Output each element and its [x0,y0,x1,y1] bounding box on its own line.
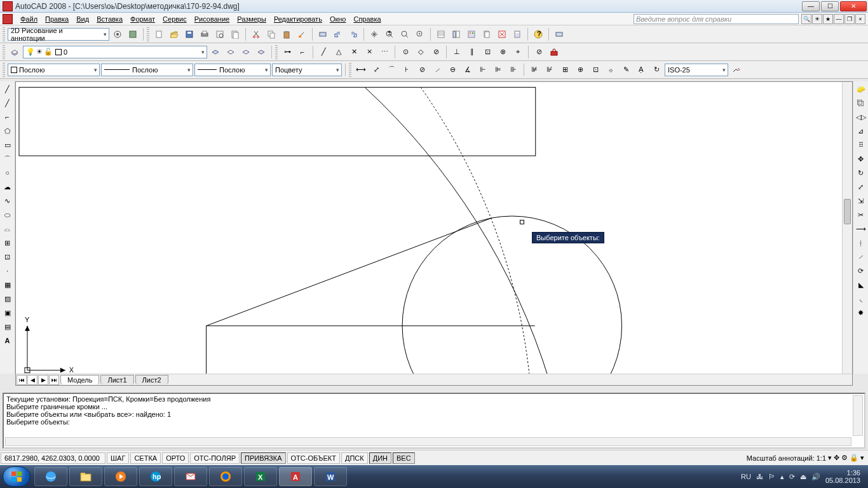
chamfer-tool[interactable]: ◣ [855,278,867,291]
workspace-dropdown[interactable]: 2D Рисование и аннотации [8,28,109,41]
snap-none-button[interactable]: ⊘ [532,45,546,59]
menu-modify[interactable]: Редактировать [270,14,326,24]
undo-button[interactable] [331,27,345,41]
copy-button[interactable] [264,27,278,41]
menu-edit[interactable]: Правка [41,14,72,24]
menu-dimension[interactable]: Размеры [233,14,270,24]
menu-insert[interactable]: Вставка [93,14,126,24]
sheet-first-button[interactable]: ⏮ [17,375,27,385]
task-autocad[interactable]: A [279,467,312,486]
layer-properties-button[interactable] [8,45,22,59]
dim-baseline-button[interactable]: ⊫ [491,63,505,77]
tray-volume-icon[interactable]: 🔊 [811,473,820,481]
polygon-tool[interactable]: ⬠ [1,125,14,137]
toggle-ortho[interactable]: ОРТО [162,452,189,464]
snap-extension-button[interactable]: ⋯ [377,45,391,59]
center-mark-button[interactable]: ⊕ [573,63,587,77]
dim-linear-button[interactable]: ⟷ [354,63,368,77]
toolbar-grip[interactable] [3,45,5,59]
task-mail[interactable] [174,467,207,486]
revcloud-tool[interactable]: ☁ [1,180,14,193]
snap-endpoint-button[interactable]: ╱ [316,45,330,59]
new-button[interactable] [152,27,166,41]
toolbar-grip[interactable] [349,63,351,77]
dim-radius-button[interactable]: ⊘ [415,63,429,77]
design-center-button[interactable] [449,27,463,41]
menu-file[interactable]: Файл [17,14,41,24]
tray-updates-icon[interactable]: ⟳ [789,473,795,481]
tray-settings-icon[interactable]: ▾ [860,454,864,462]
app-menu-icon[interactable] [3,14,13,24]
tray-network-icon[interactable]: 🖧 [756,473,763,480]
menu-view[interactable]: Вид [72,14,93,24]
make-block-tool[interactable]: ⊡ [1,250,14,263]
linetype-dropdown[interactable]: Послою [101,64,193,76]
line-tool[interactable]: ╱ [1,83,14,95]
layer-isolate-button[interactable] [224,45,238,59]
print-button[interactable] [198,27,212,41]
block-editor-button[interactable] [316,27,330,41]
spline-tool[interactable]: ∿ [1,194,14,207]
snap-center-button[interactable]: ⊙ [398,45,412,59]
annoscale-menu-icon[interactable]: ▾ [828,454,832,462]
jogged-linear-button[interactable]: ⟐ [604,63,618,77]
tray-action-center-icon[interactable]: 🏳 [768,473,775,480]
doc-min-button[interactable]: — [834,14,844,24]
save-button[interactable] [182,27,196,41]
help-button[interactable]: ? [531,27,545,41]
layer-match-button[interactable] [239,45,253,59]
layer-states-button[interactable] [552,27,566,41]
copy-tool[interactable]: ⿻ [855,97,867,109]
layer-previous-button[interactable] [208,45,222,59]
dim-continue-button[interactable]: ⊪ [506,63,520,77]
task-firefox[interactable] [209,467,242,486]
plot-preview-button[interactable] [213,27,227,41]
menu-tools[interactable]: Сервис [159,14,191,24]
task-explorer[interactable] [69,467,102,486]
hatch-tool[interactable]: ▦ [1,278,14,291]
snap-parallel-button[interactable]: ∥ [465,45,479,59]
layer-states-button[interactable] [254,45,268,59]
cmd-vscroll[interactable] [853,395,863,436]
snap-apparent-button[interactable]: ⨯ [362,45,376,59]
stretch-tool[interactable]: ⇲ [855,194,867,207]
osnap-settings-button[interactable] [547,45,561,59]
markup-set-button[interactable] [495,27,509,41]
tray-clock[interactable]: 1:36 05.08.2013 [825,469,860,484]
dimstyle-dropdown[interactable]: ISO-25 [665,64,728,76]
coords-readout[interactable]: 6817.2980, 4262.0303, 0.0000 [1,452,105,464]
start-button[interactable] [3,466,31,487]
tab-model[interactable]: Модель [60,375,99,384]
maximize-button[interactable]: ☐ [821,1,839,11]
table-tool[interactable]: ▤ [1,320,14,333]
cut-button[interactable] [249,27,263,41]
break-at-point-tool[interactable]: ⟊ [855,236,867,249]
task-wmp[interactable] [104,467,137,486]
explode-tool[interactable]: ✸ [855,306,867,319]
dim-quick-button[interactable]: ⊩ [476,63,490,77]
toolbar-grip[interactable] [3,27,5,41]
polyline-tool[interactable]: ⌐ [1,111,14,123]
dashboard-button[interactable] [126,27,140,41]
plotstyle-dropdown[interactable]: Поцвету [272,64,342,76]
comm-center-button[interactable]: ☀ [812,14,822,24]
zoom-window-button[interactable] [398,27,412,41]
menu-format[interactable]: Формат [126,14,159,24]
sheet-last-button[interactable]: ⏭ [49,375,59,385]
rectangle-tool[interactable]: ▭ [1,139,14,151]
doc-restore-button[interactable]: ❐ [844,14,855,24]
dim-arc-button[interactable]: ⌒ [384,63,398,77]
dim-edit-button[interactable]: ✎ [619,63,633,77]
tray-chevron-icon[interactable]: ▴ [780,473,784,481]
help-search-input[interactable] [634,14,799,24]
pan-button[interactable] [367,27,381,41]
point-tool[interactable]: · [1,264,14,277]
snap-nearest-button[interactable]: ⌖ [511,45,525,59]
toolbar-grip[interactable] [147,27,149,41]
workspace-settings-button[interactable] [111,27,125,41]
command-line[interactable]: Текущие установки: Проекция=ПСК, Кромки=… [3,393,865,449]
annotation-visibility-icon[interactable]: ✥ [834,454,839,462]
join-tool[interactable]: ⟳ [855,264,867,277]
zoom-realtime-button[interactable]: ± [383,27,397,41]
quickcalc-button[interactable] [510,27,524,41]
